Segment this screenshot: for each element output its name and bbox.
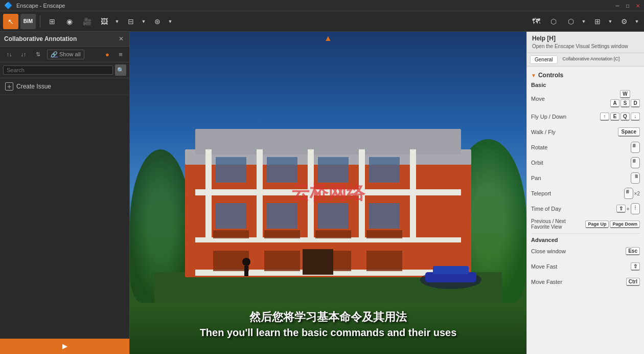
maximize-button[interactable]: □ [624,2,632,10]
controls-label: Controls [538,72,563,79]
svg-rect-20 [318,157,349,183]
panel-bottom-button[interactable]: ▶ [0,339,129,354]
control-pan-label: Pan [531,175,631,181]
svg-rect-28 [315,230,351,238]
control-teleport-keys: ×2 [624,188,640,199]
toolbar-render-dropdown[interactable]: ▼ [140,14,148,29]
toolbar-img-btn[interactable]: 🖼 [97,14,112,29]
tab-collab[interactable]: Collaborative Annotation [C] [559,55,624,64]
panel-content [0,95,129,339]
help-title: Help [H] [532,35,639,42]
menu-button[interactable]: ≡ [115,49,126,60]
toolbar-render-btn[interactable]: ⊟ [123,14,139,29]
control-rotate-keys [631,142,640,153]
viewport[interactable]: 云桥网络 ▲ 然后您将学习基本命令及其用法 Then you'll learn … [130,32,526,354]
sort-asc-button[interactable]: ↑↓ [3,49,15,60]
tab-general[interactable]: General [530,55,558,64]
window-controls: ─ □ ✕ [613,2,642,10]
app-icon: 🔷 [4,2,12,9]
svg-rect-34 [366,251,402,271]
key-q: Q [620,113,630,121]
toolbar-export-btn[interactable]: ⊛ [150,14,165,29]
key-space: Space [618,127,640,137]
control-movefaster-label: Move Faster [531,279,626,285]
controls-toggle[interactable]: ▼ [531,73,536,78]
toolbar-map-btn[interactable]: 🗺 [528,14,544,29]
bim-button[interactable]: BIM [20,14,36,29]
toolbar-cube-btn[interactable]: ⬡ [546,14,561,29]
right-panel-content: ▼ Controls Basic Move W A S D [527,67,644,354]
toolbar-model-dropdown: ⬡ ▼ [563,14,588,29]
toolbar-link-dd[interactable]: ▼ [606,14,614,29]
search-input[interactable] [3,65,113,75]
control-teleport-label: Teleport [531,190,624,196]
svg-rect-9 [195,189,461,195]
svg-rect-40 [244,266,248,276]
toolbar-export-dropdown[interactable]: ▼ [166,14,174,29]
svg-rect-38 [433,266,469,274]
toolbar-link-btn[interactable]: ⊞ [590,14,605,29]
control-fly: Fly Up / Down ↑ E Q ↓ [531,110,640,123]
control-movefast-keys: ⇧ [631,262,640,271]
key-d: D [631,99,640,107]
toolbar-settings-dropdown: ⚙ ▼ [616,14,641,29]
svg-rect-35 [303,249,333,275]
control-move-keys: W A S D [610,90,640,107]
minimize-button[interactable]: ─ [613,2,622,10]
main-toolbar: ↖ BIM ⊞ ◉ 🎥 🖼 ▼ ⊟ ▼ ⊛ ▼ 🗺 ⬡ ⬡ ▼ ⊞ ▼ ⚙ ▼ [0,11,644,32]
toolbar-sep-1 [40,15,40,28]
sort-desc-button[interactable]: ↓↑ [17,49,30,60]
toolbar-model-btn[interactable]: ⬡ [563,14,579,29]
svg-rect-24 [318,203,349,229]
key-pagedown: Page Down [610,220,640,228]
show-all-button[interactable]: 🔗 Show all [47,50,84,59]
panel-toolbar: ↑↓ ↓↑ ⇅ 🔗 Show all ● ≡ [0,47,129,62]
section-divider [531,233,640,234]
toolbar-dropdown-1: 🖼 ▼ [97,14,121,29]
toolbar-btn-2[interactable]: ◉ [62,14,77,29]
control-pan-keys [631,172,640,184]
svg-rect-15 [410,195,416,241]
toolbar-img-dropdown[interactable]: ▼ [113,14,121,29]
panel-close-button[interactable]: ✕ [117,35,125,43]
basic-section-header: Basic [531,82,640,88]
svg-rect-8 [410,149,416,190]
mouse-double-icon [624,188,633,199]
viewport-arrow: ▲ [324,34,332,43]
toolbar-btn-3[interactable]: 🎥 [79,14,95,29]
toolbar-btn-1[interactable]: ⊞ [44,14,60,29]
control-close-label: Close window [531,248,626,254]
building-svg [154,119,502,303]
create-issue-button[interactable]: + Create Issue [0,78,129,95]
toolbar-dropdown-2: ⊟ ▼ [123,14,148,29]
svg-rect-27 [264,230,300,238]
control-movefast: Move Fast ⇧ [531,260,640,273]
svg-rect-19 [267,157,297,183]
svg-rect-22 [216,203,246,229]
cursor-tool-button[interactable]: ↖ [3,14,18,29]
control-orbit-keys [631,157,640,168]
toolbar-model-dd[interactable]: ▼ [580,14,588,29]
svg-rect-21 [369,157,400,183]
control-timeofday-label: Time of Day [531,206,616,212]
toolbar-settings-dd[interactable]: ▼ [633,14,641,29]
svg-rect-14 [359,195,365,241]
control-orbit-label: Orbit [531,160,631,166]
svg-rect-6 [308,149,314,190]
create-issue-icon: + [5,82,13,91]
svg-rect-12 [257,195,263,241]
key-w: W [620,90,630,98]
key-esc: Esc [626,247,640,255]
close-button[interactable]: ✕ [634,2,642,10]
svg-rect-29 [366,230,402,238]
controls-section-header: ▼ Controls [531,72,640,79]
svg-rect-23 [267,203,297,229]
toolbar-settings-btn[interactable]: ⚙ [616,14,632,29]
svg-rect-11 [205,195,212,241]
control-walk-keys: Space [618,127,640,137]
control-move-label: Move [531,96,610,102]
sort-toggle-button[interactable]: ⇅ [32,49,44,60]
enscape-icon-button[interactable]: ● [102,49,113,60]
search-button[interactable]: 🔍 [115,64,126,76]
control-fly-keys: ↑ E Q ↓ [600,113,640,121]
